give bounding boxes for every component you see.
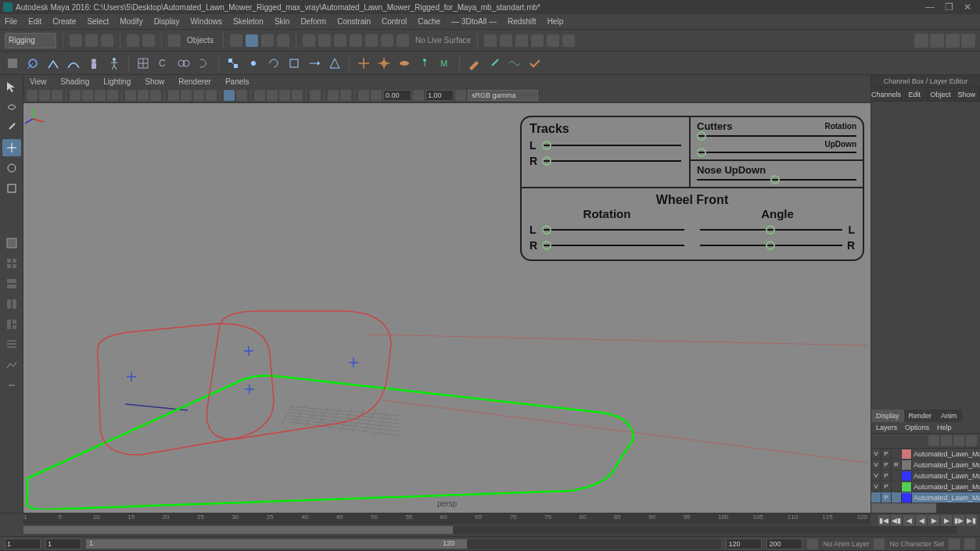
vp-btn-7[interactable] (107, 90, 118, 101)
layout-three[interactable] (2, 316, 21, 333)
vp-btn-23[interactable] (358, 90, 369, 101)
vp-btn-20[interactable] (310, 90, 321, 101)
live-surface-button[interactable] (303, 34, 315, 47)
menu-set-combo[interactable]: Rigging (5, 33, 56, 48)
viewport[interactable]: Tracks L R CuttersRotation UpDown Nose U… (23, 103, 871, 513)
vp-btn-16[interactable] (254, 90, 265, 101)
history-button[interactable] (318, 34, 331, 47)
layout-two-v[interactable] (2, 295, 21, 313)
step-back-button[interactable]: ◀ (903, 515, 914, 526)
hypershade-button[interactable] (531, 34, 544, 47)
attribute-editor-toggle[interactable] (914, 34, 928, 48)
modeling-toolkit-toggle[interactable] (961, 34, 975, 48)
render-button[interactable] (484, 34, 497, 47)
tab-edit[interactable]: Edit (902, 88, 928, 101)
vp-btn-12[interactable] (181, 90, 192, 101)
vp-btn-14[interactable] (206, 90, 217, 101)
layer-color[interactable] (902, 482, 912, 492)
menu-skeleton[interactable]: Skeleton (233, 17, 264, 26)
layer-row[interactable]: VPRAutomated_Lawn_Mower (871, 460, 980, 470)
layer-play[interactable]: P (881, 449, 892, 459)
menu-display[interactable]: Display (154, 17, 180, 26)
vp-btn-9[interactable] (138, 90, 149, 101)
layer-vis[interactable]: V (871, 471, 881, 481)
menu-file[interactable]: File (5, 17, 17, 26)
layer-ref[interactable] (892, 482, 902, 492)
vp-isolate-button[interactable] (224, 90, 235, 101)
snap-curve-button[interactable] (246, 34, 258, 47)
t2[interactable] (350, 34, 362, 47)
step-forward-key-button[interactable]: ▮▶ (953, 515, 964, 526)
shelf-cluster-icon[interactable]: C (156, 55, 171, 71)
shelf-wrap-icon[interactable] (196, 55, 212, 71)
layer-row[interactable]: VPAutomated_Lawn_Mov (871, 470, 980, 481)
layout-graph[interactable] (2, 356, 21, 374)
vp-btn-5[interactable] (82, 90, 93, 101)
vp-btn-2[interactable] (39, 90, 50, 101)
layers-menu[interactable]: Layers (876, 424, 897, 431)
vp-renderer[interactable]: Renderer (178, 77, 211, 86)
menu-select[interactable]: Select (87, 17, 109, 26)
layer-icon-3[interactable] (953, 435, 964, 446)
anim-end-field[interactable] (766, 538, 802, 549)
step-back-key-button[interactable]: ◀▮ (891, 515, 902, 526)
menu-windows[interactable]: Windows (190, 17, 222, 26)
shelf-pole-constraint-icon[interactable] (327, 55, 343, 71)
cutters-rotation-slider[interactable] (697, 135, 856, 137)
vp-btn-6[interactable] (95, 90, 106, 101)
select-tool[interactable] (2, 78, 21, 95)
tab-display[interactable]: Display (871, 410, 904, 422)
shelf-scale-constraint-icon[interactable] (286, 55, 302, 71)
tab-channels[interactable]: Channels (871, 88, 902, 101)
shelf-brush-icon[interactable] (486, 55, 502, 71)
prefs-button[interactable] (964, 538, 975, 549)
layer-vis[interactable]: V (871, 449, 881, 459)
angle-r-slider[interactable] (700, 245, 842, 246)
layer-icon-1[interactable] (928, 435, 939, 446)
shelf-orient-constraint-icon[interactable] (266, 55, 282, 71)
move-tool[interactable] (2, 139, 21, 156)
shelf-muscle-icon[interactable] (397, 55, 412, 71)
layer-hscroll[interactable] (871, 503, 980, 513)
menu-deform[interactable]: Deform (300, 17, 326, 26)
menu-cache[interactable]: Cache (418, 17, 440, 26)
channel-box-toggle[interactable] (946, 34, 960, 48)
tab-anim[interactable]: Anim (936, 410, 962, 422)
layer-icon-4[interactable] (966, 435, 977, 446)
play-back-button[interactable]: ◀ (916, 515, 927, 526)
layout-outliner[interactable] (2, 336, 21, 353)
shelf-locator-icon[interactable] (356, 55, 372, 71)
layer-play[interactable]: P (881, 460, 892, 470)
shelf-check-icon[interactable] (527, 55, 543, 71)
layer-row[interactable]: VPAutomated_Lawn_Mov (871, 449, 980, 460)
paint-select-tool[interactable] (2, 119, 21, 136)
vp-btn-4[interactable] (70, 90, 81, 101)
tab-render[interactable]: Render (904, 410, 937, 422)
layer-color[interactable] (902, 493, 912, 503)
layer-ref[interactable] (892, 493, 902, 503)
layer-play[interactable]: P (881, 471, 892, 481)
shelf-aim-constraint-icon[interactable] (307, 55, 322, 71)
vp-btn-24[interactable] (455, 90, 466, 101)
vp-exposure-field[interactable] (383, 90, 411, 101)
shelf-lattice-icon[interactable] (135, 55, 151, 71)
close-button[interactable]: ✕ (958, 2, 977, 13)
shelf-paint-icon[interactable] (466, 55, 482, 71)
autokey-button[interactable] (949, 538, 960, 549)
shelf-joint-icon[interactable] (25, 55, 41, 71)
layout-two-h[interactable] (2, 275, 21, 292)
menu-help[interactable]: Help (547, 17, 564, 26)
no-anim-layer-label[interactable]: No Anim Layer (823, 540, 869, 548)
layer-vis[interactable]: V (871, 460, 881, 470)
t4[interactable] (381, 34, 393, 47)
shelf-ikspline-icon[interactable] (66, 55, 81, 71)
shelf-locator2-icon[interactable] (376, 55, 392, 71)
step-forward-button[interactable]: ▶ (941, 515, 952, 526)
vp-lighting[interactable]: Lighting (103, 77, 131, 86)
undo-button[interactable] (127, 34, 139, 47)
t3[interactable] (365, 34, 378, 47)
play-forward-button[interactable]: ▶ (928, 515, 939, 526)
rotation-r-slider[interactable] (542, 245, 684, 246)
vp-btn-1[interactable] (27, 90, 38, 101)
select-mode-button[interactable] (168, 34, 181, 47)
